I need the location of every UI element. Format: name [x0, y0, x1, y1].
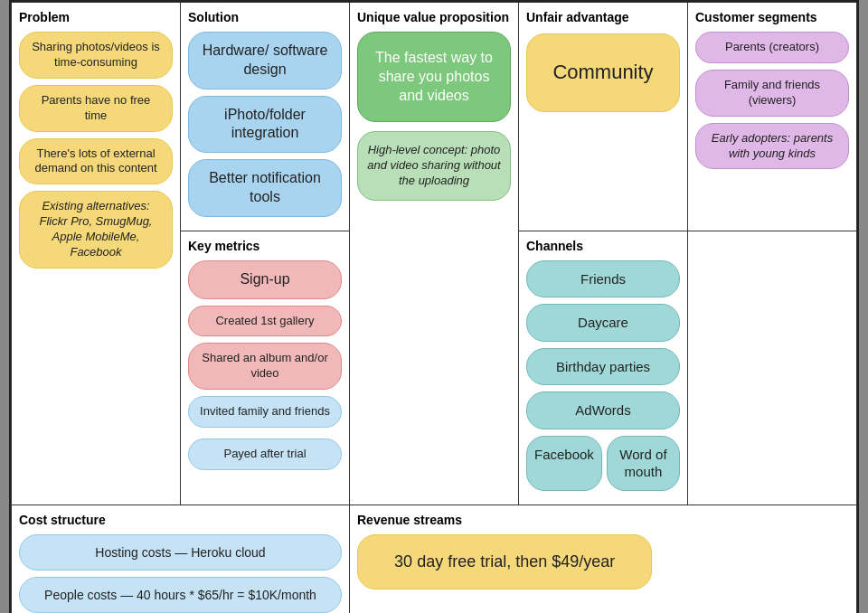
customer-header: Customer segments	[695, 10, 849, 24]
metrics-item-3: Shared an album and/or video	[188, 343, 342, 390]
problem-item-2: Parents have no free time	[19, 85, 173, 132]
problem-item-4: Existing alternatives: Flickr Pro, SmugM…	[19, 191, 173, 269]
channels-item-3: Birthday parties	[526, 348, 680, 386]
solution-item-1: Hardware/ software design	[188, 32, 342, 90]
solution-cell: Solution Hardware/ software design iPhot…	[181, 3, 350, 231]
problem-header: Problem	[19, 10, 173, 24]
lean-canvas-table: Problem Sharing photos/videos is time-co…	[11, 2, 857, 613]
metrics-item-1: Sign-up	[188, 260, 342, 299]
channels-cell: Channels Friends Daycare Birthday partie…	[519, 231, 688, 505]
revenue-cell: Revenue streams 30 day free trial, then …	[350, 505, 857, 613]
solution-item-3: Better notification tools	[188, 159, 342, 217]
channels-item-5: Facebook	[526, 436, 602, 491]
unfair-header: Unfair advantage	[526, 10, 680, 24]
channels-header: Channels	[526, 239, 680, 253]
cost-header: Cost structure	[19, 513, 342, 527]
customer-item-1: Parents (creators)	[695, 32, 849, 63]
customer-item-3: Early adopters: parents with young kinds	[695, 123, 849, 170]
revenue-item-1: 30 day free trial, then $49/year	[357, 534, 652, 589]
unfair-cell: Unfair advantage Community	[519, 3, 688, 231]
uvp-main: The fastest way to share you photos and …	[357, 32, 511, 122]
channels-item-2: Daycare	[526, 304, 680, 342]
customer-cell: Customer segments Parents (creators) Fam…	[688, 3, 857, 231]
channels-item-6: Word of mouth	[607, 436, 680, 491]
channels-item-4: AdWords	[526, 391, 680, 429]
problem-item-3: There's lots of external demand on this …	[19, 138, 173, 185]
uvp-cell: Unique value proposition The fastest way…	[350, 3, 519, 505]
problem-cell: Problem Sharing photos/videos is time-co…	[12, 3, 181, 505]
cost-item-1: Hosting costs — Heroku cloud	[19, 534, 342, 571]
canvas: Problem Sharing photos/videos is time-co…	[9, 0, 859, 613]
metrics-header: Key metrics	[188, 239, 342, 253]
metrics-item-4: Invited family and friends	[188, 396, 342, 428]
customer-cell-bottom	[688, 231, 857, 505]
channels-item-1: Friends	[526, 260, 680, 298]
uvp-header: Unique value proposition	[357, 10, 511, 24]
customer-item-2: Family and friends (viewers)	[695, 70, 849, 117]
cost-item-2: People costs — 40 hours * $65/hr = $10K/…	[19, 577, 342, 613]
problem-item-1: Sharing photos/videos is time-consuming	[19, 32, 173, 79]
uvp-concept: High-level concept: photo and video shar…	[357, 131, 511, 201]
solution-item-2: iPhoto/folder integration	[188, 96, 342, 154]
metrics-item-5: Payed after trial	[188, 439, 342, 470]
unfair-main: Community	[526, 33, 680, 112]
revenue-header: Revenue streams	[357, 513, 849, 527]
solution-header: Solution	[188, 10, 342, 24]
metrics-cell: Key metrics Sign-up Created 1st gallery …	[181, 231, 350, 505]
metrics-item-2: Created 1st gallery	[188, 306, 342, 337]
cost-cell: Cost structure Hosting costs — Heroku cl…	[12, 505, 350, 613]
